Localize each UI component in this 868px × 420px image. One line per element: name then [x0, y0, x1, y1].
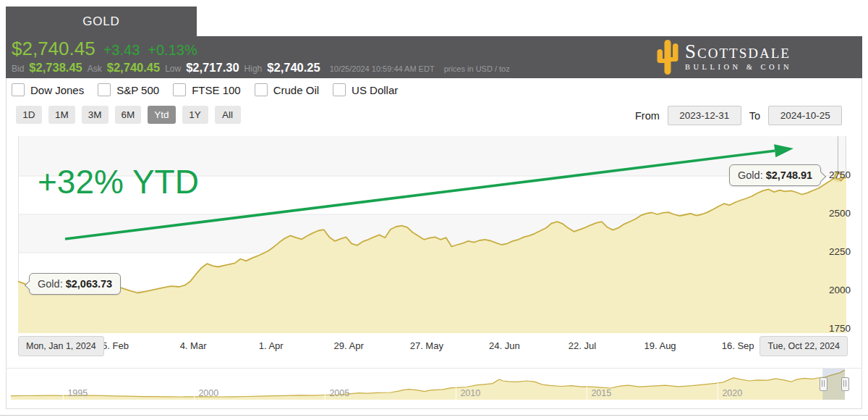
x-axis-first-label: Mon, Jan 1, 2024: [18, 336, 104, 356]
from-date-input[interactable]: 2023-12-31: [668, 106, 741, 125]
x-axis-last-label: Tue, Oct 22, 2024: [760, 336, 848, 356]
tooltip-start-series: Gold:: [38, 278, 63, 290]
compare-option-us-dollar[interactable]: US Dollar: [333, 83, 398, 96]
cactus-icon: [655, 38, 679, 75]
price-change-pct: +0.13%: [148, 42, 197, 59]
low-label: Low: [165, 64, 181, 74]
navigator-area: [11, 370, 845, 400]
range-button-3m[interactable]: 3M: [82, 106, 109, 124]
compare-option-dow-jones[interactable]: Dow Jones: [12, 83, 84, 96]
x-axis-label: 19. Aug: [631, 340, 689, 351]
y-axis-label: 2500: [829, 208, 861, 219]
low-value: $2,717.30: [186, 61, 239, 75]
range-buttons-row: 1D1M3M6MYtd1YAll: [16, 106, 241, 124]
range-button-1m[interactable]: 1M: [48, 106, 75, 124]
y-axis-label: 2750: [829, 169, 861, 180]
compare-row: Dow JonesS&P 500FTSE 100Crude OilUS Doll…: [12, 83, 398, 96]
x-axis-label: 29. Apr: [320, 340, 378, 351]
ask-value: $2,740.45: [107, 61, 160, 75]
x-axis-label: 27. May: [398, 340, 456, 351]
y-axis-label: 2250: [829, 246, 861, 257]
compare-option-label: FTSE 100: [192, 84, 241, 96]
range-button-ytd[interactable]: Ytd: [148, 106, 175, 124]
to-date-input[interactable]: 2024-10-25: [768, 106, 842, 125]
navigator-handle-left[interactable]: [820, 377, 827, 391]
x-axis-label: 24. Jun: [475, 340, 533, 351]
x-axis-label: 1. Apr: [242, 340, 300, 351]
price-change: +3.43: [103, 42, 140, 59]
x-axis-label: 16. Sep: [709, 340, 767, 351]
tab-gold[interactable]: GOLD: [6, 7, 197, 36]
x-axis-label: 22. Jul: [553, 340, 611, 351]
bid-label: Bid: [12, 64, 24, 74]
range-button-1y[interactable]: 1Y: [182, 106, 208, 124]
ask-label: Ask: [88, 64, 102, 74]
ytd-annotation: +32% YTD: [38, 162, 199, 201]
stats-line: Bid $2,738.45 Ask $2,740.45 Low $2,717.3…: [12, 61, 510, 75]
tooltip-start: Gold:$2,063.73: [29, 273, 121, 295]
compare-option-label: US Dollar: [352, 84, 398, 96]
gold-price-widget: GOLD $2,740.45 +3.43 +0.13% Bid $2,738.4…: [0, 0, 868, 420]
timestamp: 10/25/2024 10:59:44 AM EDT: [330, 64, 435, 73]
range-button-6m[interactable]: 6M: [115, 106, 142, 124]
high-value: $2,740.25: [267, 61, 320, 75]
tooltip-end-value: $2,748.91: [766, 169, 813, 181]
scottsdale-logo: SCOTTSDALE BULLION & COIN: [655, 38, 792, 75]
checkbox-s-p-500[interactable]: [98, 83, 111, 96]
logo-line1: SCOTTSDALE: [685, 42, 792, 62]
navigator-year-label: 1995: [67, 388, 88, 398]
current-price: $2,740.45: [12, 38, 95, 60]
compare-option-label: S&P 500: [116, 84, 159, 96]
checkbox-ftse-100[interactable]: [173, 83, 186, 96]
page-bottom-divider: [0, 415, 868, 416]
compare-option-label: Crude Oil: [273, 84, 319, 96]
checkbox-crude-oil[interactable]: [255, 83, 268, 96]
checkbox-dow-jones[interactable]: [12, 83, 25, 96]
tooltip-start-value: $2,063.73: [66, 278, 113, 290]
navigator-year-label: 2005: [329, 388, 349, 398]
navigator-handle-right[interactable]: [841, 377, 849, 391]
to-label: To: [749, 110, 760, 122]
compare-option-ftse-100[interactable]: FTSE 100: [173, 83, 241, 96]
compare-option-crude-oil[interactable]: Crude Oil: [255, 83, 319, 96]
compare-option-label: Dow Jones: [30, 84, 84, 96]
tooltip-end: Gold:$2,748.91: [729, 164, 821, 186]
y-axis-label: 2000: [829, 285, 861, 295]
range-button-all[interactable]: All: [215, 106, 241, 124]
date-range-row: From 2023-12-31 To 2024-10-25: [635, 106, 842, 125]
navigator-year-label: 2015: [591, 388, 611, 398]
bid-value: $2,738.45: [29, 61, 82, 75]
navigator-plot[interactable]: [11, 369, 845, 400]
unit-note: prices in USD / toz: [444, 64, 510, 73]
tab-gold-label: GOLD: [82, 14, 119, 29]
high-label: High: [244, 64, 263, 74]
checkbox-us-dollar[interactable]: [333, 83, 346, 96]
compare-option-s-p-500[interactable]: S&P 500: [98, 83, 159, 96]
navigator-year-label: 2020: [722, 388, 742, 398]
x-axis-label: 4. Mar: [164, 340, 222, 351]
navigator-year-label: 2010: [460, 388, 480, 398]
logo-text: SCOTTSDALE BULLION & COIN: [685, 42, 792, 72]
tooltip-end-series: Gold:: [738, 169, 763, 181]
from-label: From: [635, 110, 660, 122]
y-axis-label: 1750: [829, 323, 861, 334]
logo-line2: BULLION & COIN: [685, 64, 792, 72]
range-button-1d[interactable]: 1D: [16, 106, 42, 124]
price-line: $2,740.45 +3.43 +0.13%: [12, 38, 197, 60]
navigator-year-label: 2000: [198, 388, 218, 398]
